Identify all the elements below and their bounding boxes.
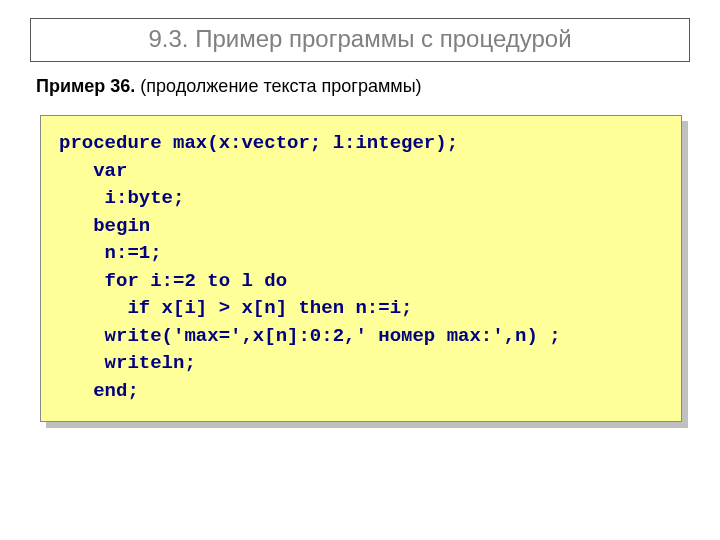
code-line: var bbox=[59, 158, 663, 186]
slide-title: 9.3. Пример программы с процедурой bbox=[41, 25, 679, 53]
code-line: for i:=2 to l do bbox=[59, 268, 663, 296]
code-line: write('max=',x[n]:0:2,' номер max:',n) ; bbox=[59, 323, 663, 351]
code-line: if x[i] > x[n] then n:=i; bbox=[59, 295, 663, 323]
code-block: procedure max(x:vector; l:integer); var … bbox=[40, 115, 682, 422]
code-line: writeln; bbox=[59, 350, 663, 378]
code-line: i:byte; bbox=[59, 185, 663, 213]
code-line: end; bbox=[59, 378, 663, 406]
subtitle-rest: (продолжение текста программы) bbox=[135, 76, 421, 96]
title-box: 9.3. Пример программы с процедурой bbox=[30, 18, 690, 62]
code-line: begin bbox=[59, 213, 663, 241]
code-line: procedure max(x:vector; l:integer); bbox=[59, 130, 663, 158]
slide: 9.3. Пример программы с процедурой Приме… bbox=[0, 0, 720, 422]
example-label: Пример 36. bbox=[36, 76, 135, 96]
subtitle: Пример 36. (продолжение текста программы… bbox=[36, 76, 688, 97]
code-line: n:=1; bbox=[59, 240, 663, 268]
code-box: procedure max(x:vector; l:integer); var … bbox=[40, 115, 682, 422]
